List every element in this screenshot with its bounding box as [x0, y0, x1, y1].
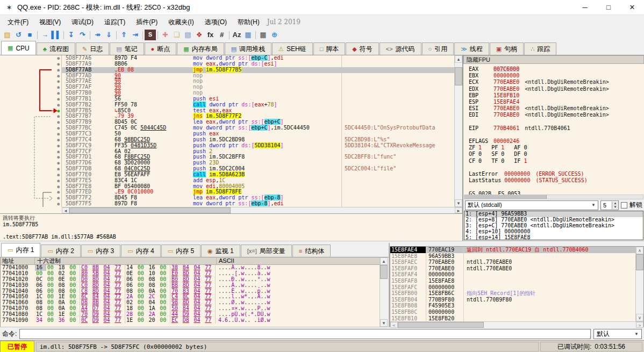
tab-引用[interactable]: ○引用 — [422, 42, 454, 55]
minimize-button[interactable]: ─ — [573, 0, 597, 15]
stack-hscrollbar[interactable]: < > — [390, 321, 643, 328]
flags-row[interactable]: OF 0 SF 0 DF 0 — [469, 151, 644, 157]
stack-row[interactable]: 15E8FAF400000000 — [390, 271, 635, 278]
disasm-row[interactable]: ●5D8F77AB⌄EB 08jmp im.5D8F77B5 — [0, 67, 454, 73]
restart-button[interactable]: ↺ — [13, 30, 24, 40]
pause-button[interactable]: ▌▌ — [51, 30, 62, 40]
spinner-arrows-icon[interactable]: ▲▼ — [612, 202, 618, 209]
step-out-button[interactable]: ⇑ — [118, 30, 130, 40]
stack-row[interactable]: 15E8FB1015E8FB20 — [390, 315, 635, 322]
memory-row[interactable]: 770410200C000E00D08D047706000800B08D0477… — [1, 277, 380, 283]
attach-button[interactable]: ⇥ — [130, 30, 141, 40]
flags-row[interactable]: ZF 1 PF 1 AF 0 — [469, 145, 644, 151]
argument-row[interactable]: 5: [esp+14] 15E8FAE8 — [464, 235, 643, 240]
registers-hscrollbar[interactable] — [464, 195, 643, 199]
tab-内存 4[interactable]: ▭内存 4 — [121, 245, 160, 257]
bookmark-button[interactable]: ❖ — [194, 30, 205, 40]
menu-选项[interactable]: 选项(O) — [199, 16, 232, 28]
register-ECX[interactable]: ECX770EABE0<ntdll.DbgUiRemoteBreakin> — [469, 79, 644, 85]
stack-row[interactable]: 15E8FB08F45905E3 — [390, 303, 635, 309]
tab-结构体[interactable]: ≡结构体 — [292, 245, 331, 257]
stack-row[interactable]: 15E8FAF0770EABE0ntdll.770EABE0 — [390, 265, 635, 272]
tab-符号[interactable]: ◆符号 — [346, 42, 378, 55]
tab-日志[interactable]: ✎日志 — [76, 42, 109, 55]
seh-button[interactable]: S — [145, 30, 156, 40]
stack-row[interactable]: 15E8FB04770B9F80ntdll.770B9F80 — [390, 297, 635, 303]
disasm-vscrollbar[interactable]: ▲ ▼ — [454, 55, 462, 207]
register-ESP[interactable]: ESP15E8FAE4 — [469, 99, 644, 105]
memory-row[interactable]: 77041090340036000CD904771E002000ECD80477… — [1, 318, 380, 324]
register-EDX[interactable]: EDX770EABE0<ntdll.DbgUiRemoteBreakin> — [469, 86, 644, 92]
command-input[interactable] — [19, 329, 591, 339]
stack-rows[interactable]: 15E8FAE4770EAC19返回到 ntdll.770EAC19 自 ntd… — [390, 247, 635, 321]
tab-内存 3[interactable]: ▭内存 3 — [81, 245, 120, 257]
calculator-button[interactable]: ▦ — [257, 30, 269, 40]
disasm-hscrollbar[interactable]: ◄ ► — [62, 207, 462, 213]
scroll-up-icon[interactable]: ▲ — [455, 55, 462, 63]
segment-registers[interactable]: GS 002B FS 0053 — [469, 191, 644, 195]
favourites-button[interactable]: ▤ — [182, 30, 194, 40]
call-arguments[interactable]: 1: [esp+4] 96A59BB32: [esp+8] 770EABE0 <… — [464, 211, 643, 240]
disassembly-rows[interactable]: ●5D8F77A6897D F4mov dword ptr ss:[ebp-C]… — [0, 55, 454, 207]
execute-till-return-button[interactable]: ↠ — [92, 30, 103, 40]
tab-内存布局[interactable]: ▦内存布局 — [177, 42, 224, 55]
register-EIP[interactable]: EIP770B4061ntdll.770B4061 — [469, 125, 644, 132]
disasm-row[interactable]: ●5D8F77C9FF35 0481D35Dpush dword ptr ds:… — [0, 143, 454, 149]
scroll-down-icon[interactable]: ▼ — [455, 199, 462, 207]
patch-button[interactable]: ✚ — [160, 30, 171, 40]
register-EBP[interactable]: EBP15E8FB10 — [469, 92, 644, 99]
stack-row[interactable]: 15E8FAEC770EABE0ntdll.770EABE0 — [390, 259, 635, 265]
tab-流程图[interactable]: ♣流程图 — [37, 42, 75, 55]
disasm-row[interactable]: ●5D8F77F5897D F8mov dword ptr ss:[ebp-8]… — [0, 201, 454, 207]
tab-监视 1[interactable]: ◉监视 1 — [201, 245, 240, 257]
globe-button[interactable]: ⊕ — [269, 30, 280, 40]
memory-row[interactable]: 7704104006000800C88D047708000A0070830477… — [1, 289, 380, 294]
memory-row[interactable]: 770410801C001E0070D9047728002A0044D90477… — [1, 312, 380, 318]
argument-row[interactable]: 4: [esp+10] 00000000 — [464, 229, 643, 235]
memory-dump-table[interactable]: 地址 十六进制 ASCII 7704100016001800C08B047714… — [0, 257, 380, 327]
menu-调试[interactable]: 调试(D) — [66, 16, 99, 28]
register-EAX[interactable]: EAX007C6000 — [469, 66, 644, 73]
flags-row[interactable]: CF 0 TF 0 IF 1 — [469, 158, 644, 164]
menu-追踪[interactable]: 追踪(T) — [99, 16, 131, 28]
scroll-up-icon[interactable]: ∧ — [636, 247, 643, 254]
tab-内存 5[interactable]: ▭内存 5 — [161, 245, 201, 257]
scroll-up-icon[interactable]: ▲ — [380, 257, 388, 265]
step-into-button[interactable]: ↧ — [66, 30, 77, 40]
registers-list[interactable]: EAX007C6000EBX00000000ECX770EABE0<ntdll.… — [463, 64, 644, 195]
hide-fpu-button[interactable]: 隐藏FPU — [463, 55, 644, 64]
menu-收藏夹[interactable]: 收藏夹(I) — [163, 16, 199, 28]
scroll-right-icon[interactable]: ► — [455, 207, 462, 213]
register-EFLAGS[interactable]: EFLAGS00000246 — [469, 138, 644, 145]
tab-脚本[interactable]: □脚本 — [313, 42, 346, 55]
memory-row[interactable]: 770410501C001E006C8404772A002C00C48C0477… — [1, 294, 380, 300]
memory-row[interactable]: 7704103006000800C08D047706000800B88D0477… — [1, 283, 380, 289]
menu-文件[interactable]: 文件(F) — [2, 16, 34, 28]
tab-SEH链[interactable]: ⚠SEH链 — [272, 42, 313, 55]
command-script-select[interactable]: 默认 ▼ — [593, 329, 642, 339]
register-LastError[interactable]: LastError 00000000(ERROR_SUCCESS) — [469, 171, 644, 177]
label-button[interactable]: # — [216, 30, 227, 40]
memory-row[interactable]: 7704106008000A00D88B047702000400988D0477… — [1, 300, 380, 306]
stack-row[interactable]: 15E8FB0C00000000 — [390, 309, 635, 315]
stack-row[interactable]: 15E8FAE4770EAC19返回到 ntdll.770EAC19 自 ntd… — [390, 247, 635, 253]
register-EBX[interactable]: EBX00000000 — [469, 73, 644, 79]
tab-内存 2[interactable]: ▭内存 2 — [41, 245, 80, 257]
open-file-button[interactable]: ▨ — [2, 30, 13, 40]
scroll-down-icon[interactable]: ▼ — [380, 319, 388, 327]
tab-笔记[interactable]: ▤笔记 — [110, 42, 144, 55]
tab-跟踪[interactable]: ∴跟踪 — [524, 42, 556, 55]
tab-内存 1[interactable]: ▭内存 1 — [1, 243, 40, 257]
memory-row[interactable]: 7704100016001800C08B04771400160038840477… — [1, 265, 380, 271]
tab-源代码[interactable]: <>源代码 — [380, 42, 421, 55]
unlock-checkbox[interactable] — [621, 202, 627, 209]
stack-row[interactable]: 15E8FAE896A59BB3 — [390, 253, 635, 260]
tab-局部变量[interactable]: [x=]局部变量 — [241, 245, 292, 257]
stop-button[interactable]: ■ — [24, 30, 35, 40]
text-az-button[interactable]: Az — [231, 30, 242, 40]
memory-row[interactable]: 7704107008000A00A4D7047718001A0050840477… — [1, 306, 380, 312]
tab-调用堆栈[interactable]: ▤调用堆栈 — [225, 42, 271, 55]
menu-帮助[interactable]: 帮助(H) — [232, 16, 265, 28]
arg-count-stepper[interactable]: 5 ▲▼ — [600, 200, 619, 210]
tab-句柄[interactable]: ▣句柄 — [490, 42, 524, 55]
